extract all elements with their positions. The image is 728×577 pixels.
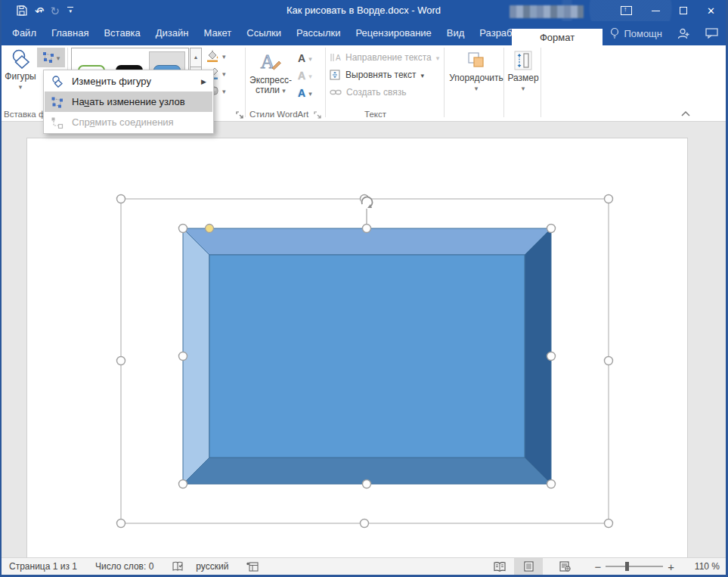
share-person-icon[interactable] — [677, 28, 690, 39]
tab-references[interactable]: Ссылки — [239, 21, 289, 45]
edit-points-icon — [42, 51, 54, 64]
group-separator — [444, 48, 445, 117]
shape-handle[interactable] — [179, 480, 187, 489]
bevel-inner-face[interactable] — [209, 255, 525, 458]
text-group-label: Текст — [364, 110, 386, 119]
rotate-handle-icon[interactable] — [361, 197, 373, 209]
blurred-contextual-badge — [510, 5, 584, 18]
menu-item-straighten-connectors: Спрямить соединения — [45, 112, 212, 132]
size-button[interactable]: Размер ▾ — [507, 51, 540, 92]
canvas-handle[interactable] — [605, 357, 613, 365]
canvas-handle[interactable] — [605, 520, 613, 528]
align-text-icon — [330, 70, 341, 80]
shape-fill-button[interactable]: ▾ — [206, 49, 226, 63]
link-icon — [330, 88, 342, 96]
text-group-buttons: A Направление текста ▾ Выровнять текст ▾ — [330, 51, 439, 98]
shape-handle[interactable] — [547, 352, 556, 361]
tell-me-assistant[interactable]: Помощн — [610, 27, 662, 39]
shapes-icon — [10, 49, 31, 69]
window-title: Как рисовать в Ворде.docx - Word — [2, 0, 726, 21]
group-separator — [503, 48, 504, 117]
word-count[interactable]: Число слов: 0 — [95, 561, 153, 572]
print-layout-icon — [524, 561, 534, 572]
shape-handle[interactable] — [363, 225, 371, 233]
save-icon[interactable] — [17, 5, 27, 16]
shape-handle[interactable] — [363, 480, 371, 489]
edit-shape-dropdown-menu: Изменить фигуру ▶ Начать изменение узлов — [43, 70, 214, 134]
undo-dropdown-icon[interactable]: ▾ — [40, 8, 43, 14]
tab-review[interactable]: Рецензирование — [348, 21, 438, 45]
read-mode-button[interactable] — [485, 558, 514, 575]
lightbulb-icon — [610, 27, 619, 39]
text-effects-button[interactable]: A▾ — [298, 86, 312, 99]
status-bar: Страница 1 из 1 Число слов: 0 русский — [2, 557, 726, 575]
arrange-button[interactable]: Упорядочить ▾ — [449, 51, 503, 92]
shape-handle[interactable] — [547, 225, 556, 233]
canvas-handle[interactable] — [361, 520, 369, 528]
quick-access-toolbar: ↶ ▾ ↻ ▾ — [17, 0, 73, 21]
zoom-slider-thumb[interactable] — [625, 562, 629, 571]
menu-item-edit-points[interactable]: Начать изменение узлов — [45, 92, 212, 112]
web-layout-button[interactable] — [550, 558, 579, 575]
canvas-handle[interactable] — [117, 357, 125, 365]
minimize-icon[interactable] — [652, 11, 660, 11]
macro-recording-icon[interactable] — [246, 562, 259, 572]
wordart-text-buttons: A▾ A▾ A▾ — [298, 51, 312, 99]
close-icon[interactable]: ✕ — [707, 6, 715, 16]
align-text-button[interactable]: Выровнять текст ▾ — [330, 69, 439, 81]
tab-mailings[interactable]: Рассылки — [289, 21, 348, 45]
gallery-scroll-up[interactable]: ▲ — [190, 48, 202, 67]
text-fill-button[interactable]: A▾ — [298, 51, 312, 64]
canvas-handle[interactable] — [117, 520, 125, 528]
shapes-button[interactable]: Фигуры ▾ — [5, 49, 36, 91]
proofing-status-icon[interactable] — [172, 561, 184, 572]
text-outline-button-disabled: A▾ — [298, 69, 312, 82]
bevel-frame-shape[interactable] — [183, 228, 551, 484]
page-indicator[interactable]: Страница 1 из 1 — [9, 561, 77, 572]
tab-layout[interactable]: Макет — [196, 21, 239, 45]
quick-styles-button[interactable]: А Экспресс-стили ▾ — [249, 50, 292, 96]
shape-handle[interactable] — [547, 480, 556, 489]
edit-shape-button-pressed[interactable]: ▾ — [37, 48, 65, 67]
tab-format-active[interactable]: Формат — [512, 29, 603, 45]
title-bar: ↶ ▾ ↻ ▾ Как рисовать в Ворде.docx - Word… — [2, 0, 726, 21]
document-area[interactable] — [2, 122, 726, 557]
status-right: − + 110 % — [485, 558, 720, 575]
arrange-icon — [466, 51, 486, 70]
customize-qat-icon[interactable]: ▾ — [67, 7, 73, 14]
ribbon-display-options-icon[interactable] — [621, 6, 632, 15]
create-link-button-disabled: Создать связь — [330, 86, 439, 98]
comments-icon[interactable] — [705, 28, 718, 39]
wordart-quick-styles-icon: А — [259, 50, 282, 73]
dialog-launcher-icon[interactable] — [314, 111, 321, 119]
menu-item-change-shape[interactable]: Изменить фигуру ▶ — [45, 71, 212, 92]
dialog-launcher-icon[interactable] — [236, 111, 243, 119]
print-layout-button-selected[interactable] — [514, 558, 543, 575]
tab-home[interactable]: Главная — [44, 21, 96, 45]
collapse-ribbon-icon[interactable] — [680, 110, 691, 116]
shape-handle[interactable] — [179, 352, 187, 361]
language-indicator[interactable]: русский — [196, 561, 228, 572]
tab-file[interactable]: Файл — [5, 21, 44, 45]
web-layout-icon — [559, 561, 571, 572]
maximize-icon[interactable] — [680, 7, 687, 14]
text-direction-icon: A — [330, 52, 341, 63]
zoom-in-button[interactable]: + — [663, 560, 679, 573]
window-controls: ✕ — [621, 0, 715, 21]
adjust-handle-yellow[interactable] — [206, 225, 214, 233]
group-separator — [325, 48, 326, 117]
tab-view[interactable]: Вид — [439, 21, 472, 45]
shape-handle[interactable] — [179, 225, 187, 233]
shapes-dropdown-icon: ▾ — [19, 83, 23, 91]
tab-list: Файл Главная Вставка Дизайн Макет Ссылки… — [5, 21, 544, 45]
straighten-connectors-icon — [49, 116, 64, 129]
canvas-handle[interactable] — [117, 195, 125, 203]
zoom-out-button[interactable]: − — [590, 560, 606, 573]
tab-design[interactable]: Дизайн — [148, 21, 197, 45]
tab-insert[interactable]: Вставка — [96, 21, 147, 45]
drawing-canvas — [2, 122, 728, 557]
zoom-slider-track[interactable] — [606, 566, 663, 567]
edit-points-icon — [49, 96, 64, 108]
canvas-handle[interactable] — [605, 195, 613, 203]
zoom-percentage[interactable]: 110 % — [683, 561, 720, 572]
